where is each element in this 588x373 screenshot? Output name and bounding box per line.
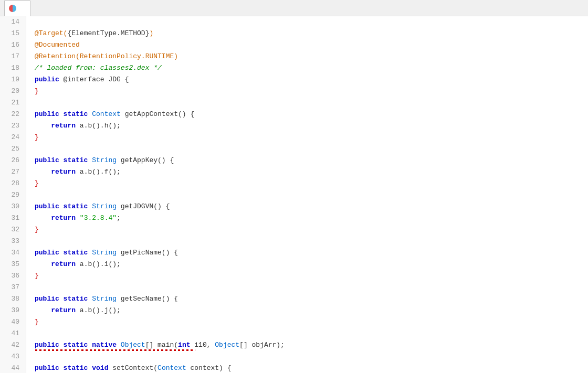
line-number: 35 bbox=[0, 259, 26, 270]
line-number: 34 bbox=[0, 247, 26, 259]
line-number: 28 bbox=[0, 178, 26, 189]
line-number: 37 bbox=[0, 282, 26, 293]
line-content: } bbox=[26, 224, 588, 236]
code-line: 19public @interface JDG { bbox=[0, 74, 588, 86]
line-content bbox=[26, 282, 588, 293]
line-content bbox=[26, 328, 588, 339]
line-number: 22 bbox=[0, 109, 26, 120]
line-number: 32 bbox=[0, 224, 26, 236]
line-content: } bbox=[26, 270, 588, 282]
code-line: 30public static String getJDGVN() { bbox=[0, 201, 588, 212]
line-number: 40 bbox=[0, 316, 26, 328]
line-number: 16 bbox=[0, 39, 26, 51]
editor-tab[interactable] bbox=[4, 1, 30, 16]
line-content: public static Context getAppContext() { bbox=[26, 109, 588, 120]
line-content bbox=[26, 97, 588, 109]
code-line: 36} bbox=[0, 270, 588, 282]
error-squiggly bbox=[35, 349, 195, 351]
code-line: 27 return a.b().f(); bbox=[0, 166, 588, 178]
line-content: } bbox=[26, 178, 588, 189]
line-content bbox=[26, 189, 588, 201]
line-content: @Documented bbox=[26, 39, 588, 51]
line-number: 19 bbox=[0, 74, 26, 86]
line-number: 25 bbox=[0, 143, 26, 155]
line-content: return a.b().h(); bbox=[26, 120, 588, 132]
line-content: public static void setContext(Context co… bbox=[26, 363, 588, 373]
line-content: @Retention(RetentionPolicy.RUNTIME) bbox=[26, 51, 588, 62]
code-line: 34public static String getPicName() { bbox=[0, 247, 588, 259]
line-number: 17 bbox=[0, 51, 26, 62]
line-content: public static String getPicName() { bbox=[26, 247, 588, 259]
code-line: 18/* loaded from: classes2.dex */ bbox=[0, 62, 588, 74]
line-content: return a.b().f(); bbox=[26, 166, 588, 178]
line-number: 36 bbox=[0, 270, 26, 282]
code-line: 15@Target({ElementType.METHOD}) bbox=[0, 28, 588, 39]
line-content bbox=[26, 236, 588, 247]
line-number: 39 bbox=[0, 305, 26, 316]
code-line: 32} bbox=[0, 224, 588, 236]
code-line: 21 bbox=[0, 97, 588, 109]
line-number: 31 bbox=[0, 212, 26, 224]
code-line: 33 bbox=[0, 236, 588, 247]
code-line: 31 return "3.2.8.4"; bbox=[0, 212, 588, 224]
line-number: 26 bbox=[0, 155, 26, 166]
code-line: 29 bbox=[0, 189, 588, 201]
code-line: 44public static void setContext(Context … bbox=[0, 363, 588, 373]
code-editor: 14 15@Target({ElementType.METHOD})16@Doc… bbox=[0, 16, 588, 373]
line-content bbox=[26, 351, 588, 363]
line-number: 41 bbox=[0, 328, 26, 339]
line-content: public static String getAppKey() { bbox=[26, 155, 588, 166]
line-content: } bbox=[26, 132, 588, 143]
tab-icon bbox=[9, 5, 16, 12]
code-line: 43 bbox=[0, 351, 588, 363]
code-line: 16@Documented bbox=[0, 39, 588, 51]
code-line: 37 bbox=[0, 282, 588, 293]
code-line: 38public static String getSecName() { bbox=[0, 293, 588, 305]
line-content: } bbox=[26, 86, 588, 97]
line-content: return a.b().i(); bbox=[26, 259, 588, 270]
line-content: return a.b().j(); bbox=[26, 305, 588, 316]
line-number: 27 bbox=[0, 166, 26, 178]
line-number: 30 bbox=[0, 201, 26, 212]
code-line: 14 bbox=[0, 16, 588, 28]
line-number: 42 bbox=[0, 339, 26, 351]
line-number: 15 bbox=[0, 28, 26, 39]
line-content: @Target({ElementType.METHOD}) bbox=[26, 28, 588, 39]
code-line: 26public static String getAppKey() { bbox=[0, 155, 588, 166]
line-content: } bbox=[26, 316, 588, 328]
line-content bbox=[26, 143, 588, 155]
code-line: 42public static native Object[] main(int… bbox=[0, 339, 588, 351]
code-line: 39 return a.b().j(); bbox=[0, 305, 588, 316]
line-content: return "3.2.8.4"; bbox=[26, 212, 588, 224]
code-line: 35 return a.b().i(); bbox=[0, 259, 588, 270]
line-number: 43 bbox=[0, 351, 26, 363]
code-lines: 14 15@Target({ElementType.METHOD})16@Doc… bbox=[0, 16, 588, 373]
line-number: 33 bbox=[0, 236, 26, 247]
line-content bbox=[26, 16, 588, 28]
line-number: 29 bbox=[0, 189, 26, 201]
code-line: 24} bbox=[0, 132, 588, 143]
code-line: 41 bbox=[0, 328, 588, 339]
code-line: 17@Retention(RetentionPolicy.RUNTIME) bbox=[0, 51, 588, 62]
line-number: 38 bbox=[0, 293, 26, 305]
code-line: 28} bbox=[0, 178, 588, 189]
line-number: 24 bbox=[0, 132, 26, 143]
line-number: 23 bbox=[0, 120, 26, 132]
code-line: 20} bbox=[0, 86, 588, 97]
line-content: public @interface JDG { bbox=[26, 74, 588, 86]
line-number: 18 bbox=[0, 62, 26, 74]
code-line: 22public static Context getAppContext() … bbox=[0, 109, 588, 120]
line-content: /* loaded from: classes2.dex */ bbox=[26, 62, 588, 74]
line-number: 20 bbox=[0, 86, 26, 97]
title-bar bbox=[0, 0, 588, 16]
code-line: 23 return a.b().h(); bbox=[0, 120, 588, 132]
line-number: 21 bbox=[0, 97, 26, 109]
line-number: 44 bbox=[0, 363, 26, 373]
line-content: public static String getJDGVN() { bbox=[26, 201, 588, 212]
code-line: 40} bbox=[0, 316, 588, 328]
line-number: 14 bbox=[0, 16, 26, 28]
line-content: public static String getSecName() { bbox=[26, 293, 588, 305]
code-line: 25 bbox=[0, 143, 588, 155]
